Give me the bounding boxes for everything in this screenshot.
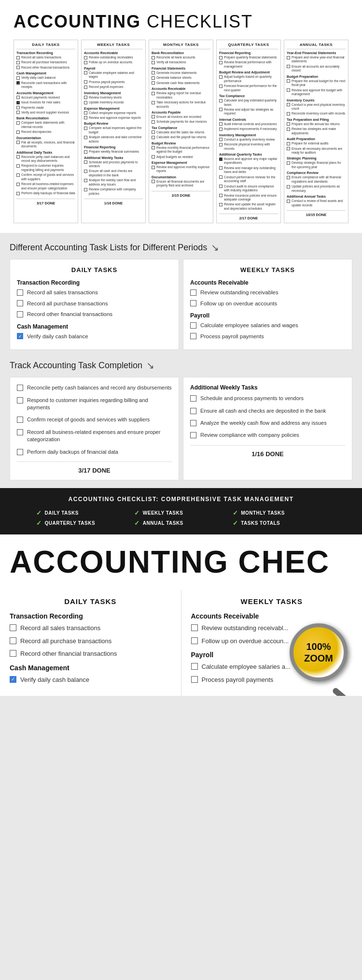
list-item: Record all business-related expenses and… — [17, 429, 172, 444]
list-item: Record other financial transactions — [16, 66, 75, 70]
list-item: Analyze variances and take corrective ac… — [84, 135, 143, 144]
list-item: Forecast financial performance for the n… — [219, 84, 278, 92]
list-item: Calculate employee salaries and wages — [84, 71, 143, 79]
list-item: Review and update the asset register and… — [219, 202, 278, 211]
list-item: Confirm receipt of goods and services wi… — [17, 416, 172, 423]
list-item: Ensure all cash and checks are deposited… — [84, 169, 143, 177]
list-item: Update policies and procedures as necess… — [287, 185, 346, 193]
list-item: Record other financial transactions — [10, 649, 171, 658]
list-item: ✓ Verify daily cash balance — [10, 676, 171, 684]
section5-zoomed: ACCOUNTING CHEC DAILY TASKS Transaction … — [0, 534, 362, 696]
list-item: Record all business-related expenses and… — [16, 182, 75, 190]
mini-checklist-table: DAILY TASKS Transaction Recording Record… — [14, 40, 348, 223]
check-icon: ✓ — [233, 519, 238, 527]
list-item: Ensure all accounts are accurately close… — [287, 65, 346, 73]
list-item: Record all sales transactions — [10, 624, 171, 633]
list-item: Record payroll expenses — [84, 85, 143, 89]
big-title: ACCOUNTING CHEC — [0, 544, 362, 580]
list-item: Review and approve monthly expense repor… — [152, 165, 210, 173]
additional-weekly-title: Additional Weekly Tasks — [190, 384, 345, 391]
list-item: Adjust budgets based on quarterly perfor… — [219, 75, 278, 83]
list-item: Generate balance sheets — [152, 76, 210, 80]
list-item: Payments made — [16, 106, 75, 110]
section3-title: Track Accounting Task Completion ↘ — [10, 360, 352, 371]
list-item: Reconcile all bank accounts — [152, 56, 210, 59]
list-item: Review monthly financial performance aga… — [152, 146, 210, 154]
arrow-icon: ↘ — [211, 242, 219, 253]
daily-done-count: 3/17 DONE — [17, 461, 172, 474]
list-item: Verify daily cash balance — [16, 76, 75, 80]
list-item: Ensure all cash and checks are deposited… — [190, 407, 345, 415]
list-item: Review compliance with company policies — [190, 432, 345, 439]
list-item: Review insurance policies and ensure ade… — [219, 194, 278, 202]
list-item: Conduct a quarterly inventory review — [219, 138, 278, 142]
list-item: Analyze the weekly cash flow and address… — [84, 178, 143, 187]
list-item: ✓Assess and approve any major capital ex… — [219, 157, 278, 165]
banner-title: ACCOUNTING CHECKLIST: COMPREHENSIVE TASK… — [10, 496, 352, 503]
list-item: Develop strategic financial plans for th… — [287, 161, 346, 169]
list-item: Implement improvements if necessary — [219, 127, 278, 131]
section1-overview: ACCOUNTING CHECKLIST DAILY TASKS Transac… — [0, 0, 362, 233]
features-list: ✓ DAILY TASKS ✓ WEEKLY TASKS ✓ MONTHLY T… — [36, 509, 326, 527]
check-icon: ✓ — [233, 509, 238, 517]
list-item: Respond to customer inquiries regarding … — [16, 164, 75, 172]
list-item: Record all purchase transactions — [10, 637, 171, 646]
list-item: Review and manage any outstanding loans … — [219, 166, 278, 174]
list-item: Adjust budgets as needed — [152, 155, 210, 159]
list-item: Analyze the weekly cash flow and address… — [190, 419, 345, 427]
list-item: Follow up on overdue accounts — [84, 60, 143, 64]
list-item: Schedule payments for due invoices — [152, 120, 210, 124]
list-item: Perform daily backups of financial data — [17, 448, 172, 456]
list-item: Ensure all necessary documents are ready… — [287, 147, 346, 155]
list-item: Ensure all invoices are recorded — [152, 115, 210, 119]
list-item: ✓ Verify daily cash balance — [17, 333, 172, 341]
list-item: Review and adjust tax strategies as requ… — [219, 108, 278, 116]
main-title: ACCOUNTING CHECKLIST — [14, 12, 348, 32]
preview-weekly-col: WEEKLY TASKS Accounts Receivable Review … — [183, 259, 352, 350]
list-item: Perform daily backups of financial data — [16, 191, 75, 195]
check-icon: ✓ — [134, 519, 140, 527]
list-item: Reconcile physical inventory with record… — [219, 143, 278, 151]
list-item: Ensure all financial documents are prope… — [152, 180, 210, 188]
mini-col-annual: ANNUAL TASKS Year-End Financial Statemen… — [284, 40, 348, 223]
list-item: Update inventory records — [84, 101, 143, 104]
weekly-done-count: 1/16 DONE — [190, 445, 345, 458]
list-item: Reconcile petty cash balances and record… — [17, 384, 172, 391]
section4-banner: ACCOUNTING CHECKLIST: COMPREHENSIVE TASK… — [0, 488, 362, 534]
list-item: Prepare and review year-end financial st… — [287, 56, 346, 64]
magnifier-overlay: 100% ZOOM — [290, 623, 357, 691]
list-item: Record all sales transactions — [17, 289, 172, 297]
list-item: Audit internal controls and procedures — [219, 122, 278, 126]
track-daily-col: Reconcile petty cash balances and record… — [10, 377, 179, 480]
list-item: Review tax strategies and make adjustmen… — [287, 127, 346, 135]
list-item: Review outstanding receivables — [84, 56, 143, 59]
feature-monthly: ✓ MONTHLY TASKS — [233, 509, 326, 517]
magnifier-handle — [332, 687, 354, 696]
task-preview-columns: DAILY TASKS Transaction Recording Record… — [10, 259, 352, 350]
big-daily-header: DAILY TASKS — [10, 597, 171, 605]
feature-weekly: ✓ WEEKLY TASKS — [134, 509, 227, 517]
section2-task-lists: Different Accounting Task Lists for Diff… — [0, 233, 362, 355]
list-item: ✓Reconcile cash transactions with receip… — [16, 81, 75, 89]
list-item: Follow up on overdue accounts — [190, 300, 345, 308]
list-item: Prepare and file annual tax returns — [287, 122, 346, 126]
list-item: Collect employee expense reports — [84, 111, 143, 115]
list-item: Review and approve expense reports — [84, 116, 143, 120]
list-item: Verify and record supplier invoices — [16, 111, 75, 115]
daily-col-header: DAILY TASKS — [17, 266, 172, 274]
check-icon: ✓ — [134, 509, 140, 517]
list-item: ✓Issue invoices for new sales — [16, 101, 75, 104]
list-item: Review inventory levels — [84, 96, 143, 100]
list-item: Conduct a review of fixed assets and upd… — [287, 199, 346, 207]
list-item: Record other financial transactions — [17, 311, 172, 318]
list-item: File all receipts, invoices, and financi… — [16, 141, 75, 149]
list-item: Compare bank statements with internal re… — [16, 121, 75, 129]
list-item: Calculate employee salaries and wages — [190, 322, 345, 330]
track-weekly-col: Additional Weekly Tasks Schedule and pro… — [183, 377, 352, 480]
big-col-daily: DAILY TASKS Transaction Recording Record… — [0, 590, 181, 696]
list-item: Review aging report for overdue receivab… — [152, 91, 210, 100]
weekly-col-header: WEEKLY TASKS — [190, 266, 345, 274]
check-icon: ✓ — [36, 519, 42, 527]
feature-quarterly: ✓ QUARTERLY TASKS — [36, 519, 129, 527]
section2-title: Different Accounting Task Lists for Diff… — [10, 242, 352, 253]
